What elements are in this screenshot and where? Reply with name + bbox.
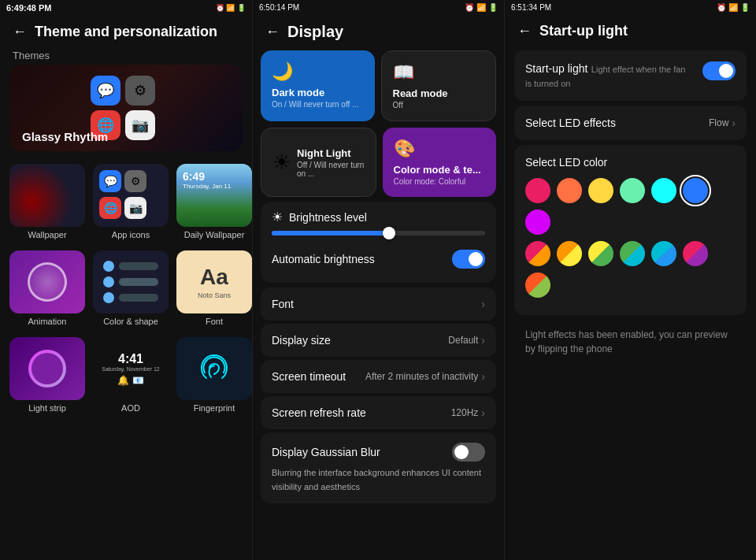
- color-dot-grad5[interactable]: [651, 241, 676, 266]
- wallpaper-label: Wallpaper: [28, 230, 66, 239]
- cs-bar-3: [119, 294, 158, 302]
- led-effects-row[interactable]: Select LED effects Flow ›: [514, 106, 747, 140]
- color-mode-card[interactable]: 🎨 Color mode & te... Color mode: Colorfu…: [383, 128, 497, 197]
- mid-page-title: Display: [287, 23, 343, 41]
- dark-mode-sub: On / Will never turn off ...: [272, 100, 364, 109]
- right-panel: 6:51:34 PM ⏰ 📶 🔋 ← Start-up light Start-…: [504, 0, 756, 560]
- led-effects-label: Select LED effects: [525, 117, 616, 129]
- cs-row-1: [103, 261, 158, 272]
- font-thumb-inner: Aa Noto Sans: [198, 265, 231, 299]
- aod-date: Saturday, November 12: [102, 366, 159, 372]
- color-dot-pink[interactable]: [525, 178, 550, 203]
- grid-item-aod[interactable]: 4:41 Saturday, November 12 🔔 📧 AOD: [90, 332, 172, 417]
- screen-refresh-right: 120Hz ›: [451, 406, 485, 419]
- ai-icon-4: 📷: [124, 197, 146, 219]
- color-dot-purple[interactable]: [525, 210, 550, 235]
- settings-gaussian-blur[interactable]: Display Gaussian Blur Blurring the inter…: [261, 432, 496, 503]
- display-cards-row2: ☀ Night Light Off / Will never turn on .…: [261, 128, 496, 197]
- color-dot-grad6[interactable]: [683, 241, 708, 266]
- mid-back-button[interactable]: ←: [265, 24, 280, 40]
- cs-dot-2: [103, 276, 114, 287]
- grid-item-appicons[interactable]: 💬 ⚙ 🌐 📷 App icons: [90, 159, 172, 244]
- color-dot-grad3[interactable]: [588, 241, 613, 266]
- cs-row-3: [103, 292, 158, 303]
- left-time: 6:49:48 PM: [6, 3, 51, 13]
- auto-brightness-toggle[interactable]: [452, 250, 485, 269]
- left-page-title: Theme and personalization: [35, 24, 217, 40]
- daily-time-display: 6:49: [183, 170, 205, 183]
- middle-panel: 6:50:14 PM ⏰ 📶 🔋 ← Display 🌙 Dark mode O…: [252, 0, 504, 560]
- screen-timeout-value: After 2 minutes of inactivity: [365, 371, 478, 382]
- settings-screen-refresh[interactable]: Screen refresh rate 120Hz ›: [261, 396, 496, 429]
- cs-bar-2: [119, 278, 158, 286]
- screen-refresh-value: 120Hz: [451, 407, 479, 418]
- color-dot-orange[interactable]: [557, 178, 582, 203]
- right-status-bar: 6:51:34 PM ⏰ 📶 🔋: [505, 0, 756, 15]
- display-cards: 🌙 Dark mode On / Will never turn off ...…: [253, 46, 504, 202]
- daily-date-display: Thursday, Jan 11: [183, 183, 231, 190]
- color-shape-label: Color & shape: [103, 317, 158, 326]
- grid-item-font[interactable]: Aa Noto Sans Font: [173, 246, 252, 331]
- grid-item-animation[interactable]: Animation: [6, 246, 88, 331]
- dark-mode-card[interactable]: 🌙 Dark mode On / Will never turn off ...: [261, 50, 375, 121]
- right-page-title: Start-up light: [539, 23, 628, 39]
- display-size-title: Display size: [272, 334, 331, 347]
- color-dot-cyan[interactable]: [651, 178, 676, 203]
- app-icons-preview: 💬 ⚙ 🌐 📷: [93, 164, 169, 227]
- gaussian-blur-toggle[interactable]: [452, 443, 485, 462]
- grid-item-light-strip[interactable]: Light strip: [6, 332, 88, 417]
- theme-card[interactable]: 💬 ⚙ 🌐 📷 Glassy Rhythm: [9, 65, 243, 151]
- grid-item-color-shape[interactable]: Color & shape: [90, 246, 172, 331]
- color-dot-grad1[interactable]: [525, 241, 550, 266]
- font-thumb: Aa Noto Sans: [176, 250, 252, 313]
- left-status-bar: 6:49:48 PM ⏰ 📶 🔋: [0, 0, 252, 16]
- left-back-button[interactable]: ←: [13, 24, 27, 40]
- startup-content: Start-up light Light effect when the fan…: [505, 44, 756, 370]
- animation-thumb: [9, 250, 85, 313]
- color-dot-yellow[interactable]: [588, 178, 613, 203]
- color-dot-grad4[interactable]: [620, 241, 645, 266]
- daily-wallpaper-label: Daily Wallpaper: [184, 230, 245, 239]
- mid-status-bar: 6:50:14 PM ⏰ 📶 🔋: [253, 0, 504, 15]
- fingerprint-icon: [195, 349, 234, 388]
- theme-name: Glassy Rhythm: [22, 130, 108, 143]
- screen-timeout-title: Screen timeout: [272, 370, 346, 383]
- night-light-text: Night Light Off / Will never turn on ...: [297, 147, 365, 178]
- right-back-button[interactable]: ←: [517, 23, 532, 39]
- fingerprint-thumb: [176, 337, 252, 400]
- color-dot-grad2[interactable]: [557, 241, 582, 266]
- light-strip-label: Light strip: [28, 403, 66, 413]
- grid-item-daily-wallpaper[interactable]: 6:49 Thursday, Jan 11 Daily Wallpaper: [173, 159, 252, 244]
- theme-icon-1: 💬: [91, 76, 120, 106]
- read-mode-card[interactable]: 📖 Read mode Off: [381, 50, 497, 121]
- color-dot-grad7[interactable]: [525, 273, 550, 298]
- blur-title: Display Gaussian Blur: [272, 446, 380, 458]
- night-light-card[interactable]: ☀ Night Light Off / Will never turn on .…: [261, 128, 376, 197]
- startup-light-title: Start-up light: [525, 62, 587, 75]
- color-dot-green[interactable]: [620, 178, 645, 203]
- font-name-display: Noto Sans: [198, 291, 231, 299]
- customization-grid: Wallpaper 💬 ⚙ 🌐 📷 App icons 6:49 Thursda…: [0, 159, 252, 417]
- right-header: ← Start-up light: [505, 15, 756, 44]
- display-cards-row1: 🌙 Dark mode On / Will never turn off ...…: [261, 50, 496, 121]
- startup-light-toggle[interactable]: [702, 61, 736, 80]
- settings-display-size[interactable]: Display size Default ›: [261, 324, 496, 357]
- night-light-sub: Off / Will never turn on ...: [297, 161, 365, 178]
- settings-font[interactable]: Font ›: [261, 287, 496, 321]
- startup-light-right: [702, 61, 736, 80]
- daily-wallpaper-thumb: 6:49 Thursday, Jan 11: [176, 164, 252, 227]
- startup-light-item[interactable]: Start-up light Light effect when the fan…: [514, 50, 747, 101]
- brightness-icon: ☀: [272, 210, 283, 224]
- right-time: 6:51:34 PM: [511, 3, 551, 12]
- fingerprint-label: Fingerprint: [194, 403, 235, 413]
- led-effects-value: Flow: [709, 117, 728, 128]
- settings-screen-timeout[interactable]: Screen timeout After 2 minutes of inacti…: [261, 360, 496, 393]
- display-size-right: Default ›: [448, 334, 485, 347]
- aod-label: AOD: [121, 403, 140, 413]
- led-color-grid-solid: [525, 178, 736, 235]
- grid-item-fingerprint[interactable]: Fingerprint: [173, 332, 252, 417]
- cs-dot-3: [103, 292, 114, 303]
- color-dot-blue[interactable]: [683, 178, 708, 203]
- brightness-slider[interactable]: [272, 231, 485, 235]
- grid-item-wallpaper[interactable]: Wallpaper: [6, 159, 88, 244]
